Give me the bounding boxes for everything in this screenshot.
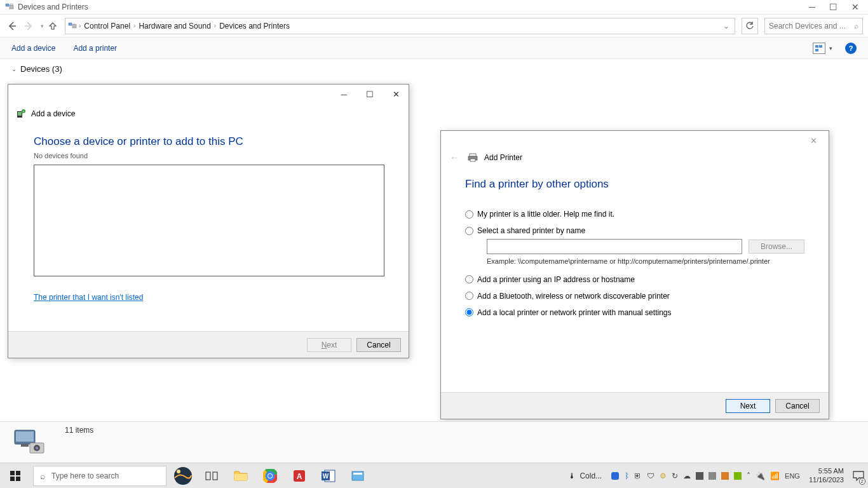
taskbar-taskview-icon[interactable]	[197, 463, 226, 489]
tray-wifi-icon[interactable]: 📶	[770, 471, 780, 480]
nav-back-button[interactable]	[5, 19, 19, 33]
next-button[interactable]: Next	[726, 399, 770, 413]
device-listbox[interactable]	[34, 165, 384, 276]
clock-time: 5:55 AM	[809, 467, 844, 476]
add-printer-command[interactable]: Add a printer	[73, 44, 117, 53]
window-minimize-button[interactable]: ─	[809, 2, 815, 12]
dialog-title: Find a printer by other options	[465, 178, 804, 191]
window-titlebar: Devices and Printers ─ ☐ ✕	[0, 0, 868, 15]
tray-chevron-up-icon[interactable]: ˄	[747, 471, 750, 480]
no-devices-text: No devices found	[34, 152, 383, 159]
dialog-header: ← Add Printer	[441, 150, 829, 165]
tray-icon[interactable]: ⚙	[660, 471, 667, 480]
dialog-title: Choose a device or printer to add to thi…	[34, 135, 383, 148]
tray-icon[interactable]	[721, 472, 729, 480]
cancel-button[interactable]: Cancel	[356, 338, 401, 352]
search-placeholder: Search Devices and ...	[769, 22, 851, 30]
tray-icon[interactable]: ⛨	[634, 471, 642, 480]
notification-center-button[interactable]: 2	[849, 463, 868, 489]
svg-rect-44	[353, 473, 362, 475]
svg-rect-26	[16, 477, 20, 481]
option-bluetooth-wireless[interactable]: Add a Bluetooth, wireless or network dis…	[465, 292, 804, 301]
dialog-titlebar: ✕	[441, 131, 829, 150]
option-shared-printer[interactable]: Select a shared printer by name	[465, 226, 804, 235]
window-close-button[interactable]: ✕	[851, 2, 859, 12]
printer-not-listed-link[interactable]: The printer that I want isn't listed	[34, 293, 143, 302]
dialog-close-button[interactable]: ✕	[390, 87, 402, 102]
radio-older-printer[interactable]	[465, 210, 473, 219]
svg-rect-18	[16, 431, 34, 442]
tray-battery-icon[interactable]: 🔌	[756, 471, 765, 480]
start-button[interactable]	[0, 463, 31, 489]
svg-point-37	[268, 474, 272, 478]
svg-rect-47	[709, 472, 716, 480]
nav-forward-button[interactable]	[22, 19, 36, 33]
svg-rect-1	[10, 5, 13, 9]
dialog-maximize-button[interactable]: ☐	[363, 87, 376, 102]
svg-rect-6	[72, 24, 76, 28]
view-options-button[interactable]	[813, 43, 825, 54]
dialog-close-button[interactable]: ✕	[805, 133, 822, 148]
radio-ip-address[interactable]	[465, 275, 473, 283]
svg-rect-16	[470, 159, 475, 161]
dialog-footer: Next Cancel	[441, 392, 829, 419]
address-dropdown-icon[interactable]: ⌄	[721, 22, 732, 30]
taskbar-word-icon[interactable]: W	[314, 463, 343, 489]
tray-onedrive-icon[interactable]: ☁	[683, 471, 691, 480]
option-older-printer[interactable]: My printer is a little older. Help me fi…	[465, 210, 804, 219]
breadcrumb-hardware-sound[interactable]: Hardware and Sound	[136, 22, 213, 30]
add-device-command[interactable]: Add a device	[11, 44, 55, 53]
nav-up-button[interactable]	[48, 22, 61, 30]
svg-rect-45	[611, 472, 619, 480]
tray-icon[interactable]	[709, 472, 716, 480]
breadcrumb-control-panel[interactable]: Control Panel	[81, 22, 133, 30]
taskbar-search[interactable]: ⌕ Type here to search	[33, 466, 166, 486]
taskbar-news-icon[interactable]	[169, 463, 197, 489]
window-maximize-button[interactable]: ☐	[829, 2, 837, 12]
tray-sync-icon[interactable]: ↻	[672, 471, 678, 480]
refresh-button[interactable]	[742, 18, 758, 34]
tray-security-icon[interactable]: 🛡	[647, 471, 654, 480]
radio-local-printer[interactable]	[465, 308, 473, 316]
command-bar: Add a device Add a printer ▾ ?	[0, 37, 868, 59]
svg-text:W: W	[323, 473, 329, 480]
control-panel-icon	[68, 22, 77, 30]
address-bar[interactable]: › Control Panel › Hardware and Sound › D…	[65, 18, 735, 34]
svg-rect-0	[6, 4, 9, 6]
dialog-titlebar: ─ ☐ ✕	[8, 85, 409, 104]
nav-recent-dropdown[interactable]: ▾	[38, 19, 46, 33]
taskbar-clock[interactable]: 5:55 AM 11/16/2023	[804, 467, 849, 485]
view-dropdown-icon[interactable]: ▾	[829, 45, 832, 51]
svg-rect-30	[213, 472, 217, 480]
tray-icon[interactable]	[611, 471, 620, 480]
svg-rect-5	[69, 23, 72, 25]
search-icon: ⌕	[854, 22, 858, 30]
tray-nvidia-icon[interactable]	[734, 472, 742, 480]
radio-shared-printer[interactable]	[465, 227, 473, 235]
taskbar-app-icon[interactable]	[343, 463, 372, 489]
taskbar-weather[interactable]: 🌡 Cold...	[563, 471, 607, 480]
taskbar-file-explorer-icon[interactable]	[226, 463, 255, 489]
breadcrumb-devices-printers[interactable]: Devices and Printers	[217, 22, 292, 30]
svg-rect-8	[819, 45, 822, 48]
option-local-printer[interactable]: Add a local printer or network printer w…	[465, 308, 804, 317]
tray-language[interactable]: ENG	[785, 472, 800, 480]
help-button[interactable]: ?	[845, 43, 857, 54]
dialog-header-text: Add a device	[31, 109, 75, 118]
tray-bluetooth-icon[interactable]: ᛒ	[625, 471, 629, 480]
add-device-dialog: ─ ☐ ✕ + Add a device Choose a device or …	[8, 84, 409, 358]
shared-printer-name-input[interactable]	[487, 239, 742, 254]
taskbar-acrobat-icon[interactable]: A	[285, 463, 314, 489]
svg-rect-24	[16, 471, 20, 475]
back-arrow-icon[interactable]: ←	[450, 152, 461, 163]
radio-bluetooth-wireless[interactable]	[465, 292, 473, 300]
cancel-button[interactable]: Cancel	[775, 399, 820, 413]
tray-icon[interactable]	[696, 472, 703, 480]
svg-rect-49	[734, 472, 742, 480]
dialog-minimize-button[interactable]: ─	[339, 87, 349, 102]
devices-group-header[interactable]: ⌄ Devices (3)	[0, 59, 868, 79]
option-ip-address[interactable]: Add a printer using an IP address or hos…	[465, 275, 804, 284]
svg-rect-9	[815, 49, 818, 51]
taskbar-chrome-icon[interactable]	[255, 463, 285, 489]
search-box[interactable]: Search Devices and ... ⌕	[764, 18, 863, 34]
